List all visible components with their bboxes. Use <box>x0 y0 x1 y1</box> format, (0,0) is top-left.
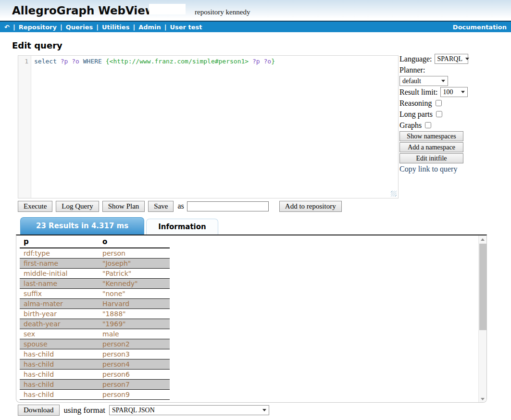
download-button[interactable]: Download <box>18 405 60 416</box>
result-cell[interactable]: rdf:type <box>20 248 99 259</box>
editor-gutter: 1 <box>18 56 31 198</box>
resize-grip-icon[interactable] <box>391 191 397 197</box>
result-limit-select[interactable]: 100 <box>440 87 468 97</box>
show-plan-button[interactable]: Show Plan <box>102 201 145 212</box>
code-token: select <box>34 58 57 65</box>
result-cell[interactable]: middle-initial <box>20 269 99 279</box>
result-cell[interactable]: "Patrick" <box>99 269 170 279</box>
repository-label: repository kennedy <box>195 8 250 16</box>
result-cell[interactable]: has-child <box>20 349 99 359</box>
result-cell[interactable]: "1969" <box>99 319 170 329</box>
agwebview-page: AllegroGraph WebView repository kennedy … <box>0 0 511 420</box>
code-token <box>79 58 83 65</box>
table-row: sexmale <box>20 329 170 339</box>
language-label: Language: <box>399 55 432 63</box>
result-cell[interactable]: "1888" <box>99 309 170 319</box>
table-row: alma-materHarvard <box>20 299 170 309</box>
results-table-head: po <box>20 236 170 248</box>
result-cell[interactable]: has-child <box>20 359 99 370</box>
add-a-namespace-button[interactable]: Add a namespace <box>399 142 463 152</box>
reasoning-checkbox[interactable] <box>436 100 442 106</box>
result-cell[interactable]: spouse <box>20 339 99 349</box>
result-cell[interactable]: "none" <box>99 289 170 299</box>
show-namespaces-button[interactable]: Show namespaces <box>399 131 463 141</box>
save-button[interactable]: Save <box>148 201 174 212</box>
app-header: AllegroGraph WebView repository kennedy <box>0 0 511 21</box>
using-format-label: using format <box>64 406 105 415</box>
code-token: WHERE <box>83 58 102 65</box>
scrollbar-thumb[interactable] <box>479 244 486 330</box>
nav-item-user-test[interactable]: User test <box>170 24 202 31</box>
scroll-down-icon[interactable] <box>479 395 486 403</box>
result-limit-value: 100 <box>443 88 453 96</box>
nav-item-utilities[interactable]: Utilities <box>102 24 129 31</box>
add-to-repository-button[interactable]: Add to repository <box>279 201 342 212</box>
result-cell[interactable]: has-child <box>20 370 99 380</box>
result-cell[interactable]: first-name <box>20 259 99 269</box>
edit-initfile-button[interactable]: Edit initfile <box>399 153 463 163</box>
nav-separator: | <box>60 24 62 31</box>
table-row: spouseperson2 <box>20 339 170 349</box>
chevron-down-icon <box>465 58 469 60</box>
code-token: { <box>106 58 110 65</box>
code-token: ?p <box>252 58 260 65</box>
nav-item-documentation[interactable]: Documentation <box>453 24 511 31</box>
log-query-button[interactable]: Log Query <box>56 201 99 212</box>
planner-select[interactable]: default <box>399 76 448 86</box>
result-cell[interactable]: person3 <box>99 349 170 359</box>
result-cell[interactable]: birth-year <box>20 309 99 319</box>
result-cell[interactable]: person6 <box>99 370 170 380</box>
long-parts-checkbox[interactable] <box>436 111 442 117</box>
result-cell[interactable]: person9 <box>99 390 170 400</box>
result-cell[interactable]: "Joseph" <box>99 259 170 269</box>
table-row: has-childperson6 <box>20 370 170 380</box>
tab-results[interactable]: 23 Results in 4.317 ms <box>20 217 144 235</box>
result-cell[interactable]: sex <box>20 329 99 339</box>
save-name-input[interactable] <box>187 201 269 211</box>
back-arrow-icon[interactable]: ↶ <box>4 24 10 31</box>
chevron-down-icon <box>441 80 445 82</box>
code-line[interactable]: select ?p ?o WHERE {<http://www.franz.co… <box>31 56 275 198</box>
scroll-up-icon[interactable] <box>479 235 486 243</box>
language-select[interactable]: SPARQL <box>435 54 468 64</box>
query-editor[interactable]: 1 select ?p ?o WHERE {<http://www.franz.… <box>18 55 399 198</box>
execute-button[interactable]: Execute <box>18 201 52 212</box>
result-cell[interactable]: person2 <box>99 339 170 349</box>
language-value: SPARQL <box>437 55 462 63</box>
code-token <box>57 58 61 65</box>
vertical-scrollbar[interactable] <box>478 235 486 403</box>
nav-item-admin[interactable]: Admin <box>138 24 161 31</box>
table-row: birth-year"1888" <box>20 309 170 319</box>
table-row: last-name"Kennedy" <box>20 279 170 289</box>
result-cell[interactable]: death-year <box>20 319 99 329</box>
result-limit-label: Result limit: <box>399 88 438 97</box>
action-bar: Execute Log Query Show Plan Save as Add … <box>18 200 342 212</box>
result-cell[interactable]: has-child <box>20 380 99 390</box>
nav-separator: | <box>96 24 99 31</box>
code-token <box>102 58 106 65</box>
result-cell[interactable]: "Kennedy" <box>99 279 170 289</box>
result-cell[interactable]: suffix <box>20 289 99 299</box>
result-cell[interactable]: male <box>99 329 170 339</box>
tabs: 23 Results in 4.317 msInformation <box>20 217 218 235</box>
table-row: has-childperson3 <box>20 349 170 359</box>
nav-item-queries[interactable]: Queries <box>66 24 93 31</box>
result-cell[interactable]: person <box>99 248 170 259</box>
result-cell[interactable]: person7 <box>99 380 170 390</box>
result-cell[interactable]: Harvard <box>99 299 170 309</box>
chevron-down-icon <box>262 409 266 411</box>
result-cell[interactable]: last-name <box>20 279 99 289</box>
long-parts-label: Long parts <box>399 110 433 119</box>
result-cell[interactable]: person4 <box>99 359 170 370</box>
result-cell[interactable]: has-child <box>20 390 99 400</box>
result-cell[interactable]: alma-mater <box>20 299 99 309</box>
copy-link-to-query[interactable]: Copy link to query <box>399 165 509 173</box>
graphs-checkbox[interactable] <box>425 122 431 128</box>
nav-item-repository[interactable]: Repository <box>19 24 57 31</box>
code-token: ?o <box>263 58 271 65</box>
tab-information[interactable]: Information <box>146 219 218 235</box>
download-format-select[interactable]: SPARQL JSON <box>109 405 269 415</box>
query-options-panel: Language: SPARQL Planner: default Result… <box>399 54 509 173</box>
reasoning-label: Reasoning <box>399 99 432 108</box>
download-bar: Download using format SPARQL JSON <box>18 405 269 416</box>
